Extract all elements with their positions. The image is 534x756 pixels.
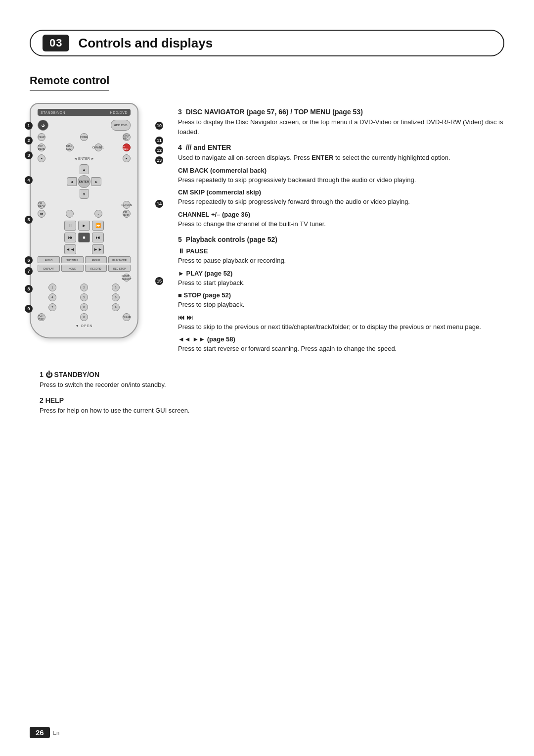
d-pad-down[interactable]: ▼ (80, 189, 89, 199)
rec2-btn[interactable]: RECORD (85, 265, 107, 272)
fwd-scan-btn[interactable]: ►► (92, 244, 104, 254)
d-pad-left[interactable]: ◄ (67, 177, 77, 186)
channel-btn[interactable]: CHANNEL (94, 143, 102, 151)
num2-btn[interactable]: 2 (80, 284, 88, 291)
desc-sublabel-stop: ■ STOP (page 52) (178, 291, 504, 299)
display-btn[interactable]: DISPLAY (38, 265, 60, 272)
numpad-bottom: VCR Plus+ 0 CLEAR (38, 313, 131, 321)
remote-label-7: 7 (25, 267, 33, 275)
next-chapter-btn[interactable]: ⏭ (92, 233, 104, 242)
prev-vcr-btn[interactable]: VCR Plus+ (38, 313, 45, 321)
numpad: 1 2 3 4 5 6 7 8 9 (38, 284, 131, 311)
remote-label-11: 11 (155, 137, 163, 144)
standby-btn[interactable]: ⏻ (38, 120, 48, 131)
num6-btn[interactable]: 6 (112, 293, 120, 301)
audio-btn[interactable]: AUDIO (38, 256, 60, 263)
d-pad-up[interactable]: ▲ (80, 164, 89, 174)
ffw-btn[interactable]: ⏩ (92, 221, 104, 231)
num4-btn[interactable]: 4 (48, 293, 56, 301)
desc-label-3: 3 DISC NAVIGATOR (page 57, 66) / TOP MEN… (178, 108, 504, 116)
desc-sublabel-scan: ◄◄ ►► (page 58) (178, 335, 504, 343)
remote-label-2: 2 (25, 137, 33, 144)
subtitle-btn[interactable]: SUBTITLE (61, 256, 84, 263)
function-row: AUDIO SUBTITLE ANGLE PLAY MODE (38, 256, 131, 263)
rec-btn[interactable]: ● REC (123, 143, 131, 151)
num3-btn[interactable]: 3 (112, 284, 120, 291)
slide-left-btn[interactable]: ◄ (38, 154, 45, 162)
cm-back-btn[interactable]: CM BACK (38, 201, 45, 209)
rec-stop-btn[interactable]: REC STOP (108, 265, 131, 272)
desc-text-pause: Press to pause playback or recording. (178, 256, 504, 266)
num9-btn[interactable]: 9 (112, 303, 120, 311)
num8-btn[interactable]: 8 (80, 303, 88, 311)
input-select-btn[interactable]: INPUT SELECT (123, 274, 131, 282)
desc-text-cm-skip: Press repeatedly to skip progressively f… (178, 197, 504, 207)
chapter-title: Controls and displays (78, 36, 213, 51)
remote-label-12: 12 (155, 146, 163, 154)
remote-row-1: ⏻ HDD DVD (38, 120, 131, 131)
desc-item-5: 5 Playback controls (page 52) ⏸ PAUSE Pr… (178, 236, 504, 354)
enter-btn[interactable]: ENTER (78, 175, 90, 188)
stop-rec-btn[interactable]: STOP REC (123, 133, 131, 141)
open-tab[interactable]: ▼ OPEN (38, 324, 131, 328)
desc-item-2: 2 HELP Press for help on how to use the … (40, 396, 504, 416)
bottom-descriptions: 1 ⏻ STANDBY/ON Press to switch the recor… (30, 371, 504, 416)
d-pad: ▲ ▼ ◄ ► ENTER (67, 164, 101, 199)
desc-text-4: Used to navigate all on-screen displays.… (178, 153, 504, 163)
chapter-number: 03 (43, 35, 69, 51)
hdddvd-label: HDD/DVD (110, 111, 128, 114)
numpad-section: INPUT SELECT 1 2 3 4 5 6 7 8 9 VCR P (38, 274, 131, 321)
prev-chapter-btn[interactable]: ⏮ (64, 233, 76, 242)
angle-btn[interactable]: ANGLE (85, 256, 107, 263)
desc-text-stop: Press to stop playback. (178, 300, 504, 310)
channel-plus-btn[interactable]: + (66, 210, 74, 218)
remote-row-2: HELP HOME STOP REC (38, 133, 131, 141)
play-mode-btn[interactable]: PLAY MODE (108, 256, 131, 263)
num5-btn[interactable]: 5 (80, 293, 88, 301)
desc-text-skip: Press to skip to the previous or next ti… (178, 322, 504, 332)
desc-text-play: Press to start playback. (178, 278, 504, 288)
home-btn[interactable]: HOME (61, 265, 84, 272)
cm-skip-btn[interactable]: CM SKIP (123, 210, 131, 218)
desc-item-1: 1 ⏻ STANDBY/ON Press to switch the recor… (40, 371, 504, 390)
desc-text-channel: Press to change the channel of the built… (178, 219, 504, 229)
slide-right-btn[interactable]: ► (123, 154, 131, 162)
desc-sublabel-cm-back: CM BACK (commercial back) (178, 167, 504, 174)
desc-label-2: 2 HELP (40, 396, 504, 404)
num0-btn[interactable]: 0 (80, 313, 88, 321)
play-btn[interactable]: ► (78, 221, 90, 231)
top-menu-btn[interactable]: TOP MENU (38, 143, 45, 151)
prev-btn[interactable]: ⏮ (38, 210, 45, 218)
d-pad-right[interactable]: ► (91, 177, 101, 186)
rev-scan-btn[interactable]: ◄◄ (64, 244, 76, 254)
num1-btn[interactable]: 1 (48, 284, 56, 291)
remote-control-wrapper: 1 2 3 4 5 6 7 8 9 10 11 12 13 14 15 STAN… (30, 103, 158, 338)
desc-sublabel-channel: CHANNEL +/– (page 36) (178, 211, 504, 218)
display-row: DISPLAY HOME RECORD REC STOP (38, 265, 131, 272)
transport-row-3: ◄◄ ►► (38, 244, 131, 254)
descriptions-area: 3 DISC NAVIGATOR (page 57, 66) / TOP MEN… (178, 103, 504, 361)
remote-label-13: 13 (155, 156, 163, 164)
transport-row-2: ⏮ ■ ⏭ (38, 233, 131, 242)
desc-sublabel-pause: ⏸ PAUSE (178, 247, 504, 255)
num7-btn[interactable]: 7 (48, 303, 56, 311)
desc-text-cm-back: Press repeatedly to skip progressively b… (178, 175, 504, 185)
disc-nav-btn[interactable]: DISC NAV (66, 143, 74, 151)
remote-control: STANDBY/ON HDD/DVD ⏻ HDD DVD HELP HOME S… (30, 103, 138, 338)
desc-label-5: 5 Playback controls (page 52) (178, 236, 504, 243)
return-btn[interactable]: RETURN (123, 201, 131, 209)
help-btn[interactable]: HELP (38, 133, 45, 141)
remote-label-14: 14 (155, 200, 163, 208)
stop-btn[interactable]: ■ (78, 233, 90, 242)
remote-row-3: TOP MENU DISC NAV CHANNEL ● REC (38, 143, 131, 151)
pause-btn[interactable]: ⏸ (64, 221, 76, 231)
chapter-header: 03 Controls and displays (30, 30, 504, 56)
transport-row-1: ⏸ ► ⏩ (38, 221, 131, 231)
channel-minus-btn[interactable]: - (94, 210, 102, 218)
page-container: 03 Controls and displays Remote control … (0, 0, 534, 756)
desc-sublabel-play: ► PLAY (page 52) (178, 270, 504, 277)
clear-btn[interactable]: CLEAR (123, 313, 131, 321)
home-menu-btn[interactable]: HOME (80, 133, 88, 141)
desc-text-3: Press to display the Disc Navigator scre… (178, 117, 504, 137)
hdd-dvd-btn[interactable]: HDD DVD (111, 120, 131, 131)
